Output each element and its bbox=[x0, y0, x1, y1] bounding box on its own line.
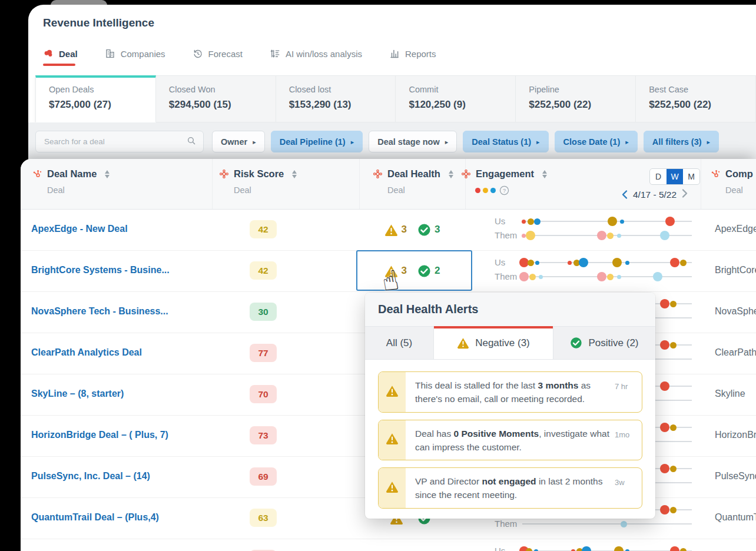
legend-dot bbox=[490, 188, 496, 193]
nav-tab-forecast[interactable]: Forecast bbox=[193, 48, 243, 69]
deal-name-link[interactable]: ApexEdge - New Deal bbox=[31, 224, 128, 234]
alert-card: Deal has 0 Positive Moments, investigate… bbox=[378, 420, 642, 461]
sort-control[interactable] bbox=[292, 170, 297, 178]
negative-count: 3 bbox=[402, 224, 407, 235]
popup-tab-label: All (5) bbox=[386, 337, 412, 349]
svg-text:?: ? bbox=[503, 188, 506, 194]
period-option-d[interactable]: D bbox=[650, 169, 667, 184]
app-cross-icon bbox=[219, 169, 229, 179]
filter-chips: Owner▸Deal Pipeline (1)▸Deal stage now▸D… bbox=[212, 131, 719, 152]
sort-control[interactable] bbox=[105, 170, 110, 178]
deal-name-link[interactable]: NovaSphere Tech - Business... bbox=[31, 306, 168, 317]
reports-icon bbox=[389, 48, 400, 59]
sort-control[interactable] bbox=[542, 170, 547, 178]
deal-name-link[interactable]: HorizonBridge Deal – ( Plus, 7) bbox=[31, 430, 168, 440]
nav-tab-reports[interactable]: Reports bbox=[389, 48, 436, 69]
popup-tab-positive-2[interactable]: Positive (2) bbox=[553, 327, 655, 359]
summary-card-closed-lost[interactable]: Closed lost$153,290 (13) bbox=[276, 75, 396, 122]
summary-card-closed-won[interactable]: Closed Won$294,500 (15) bbox=[156, 75, 276, 122]
engagement-dot bbox=[608, 217, 617, 226]
summary-cards: Open Deals$725,000 (27)Closed Won$294,50… bbox=[35, 75, 756, 122]
search-input[interactable] bbox=[43, 137, 182, 147]
filter-chip-all-filters-3[interactable]: All filters (3)▸ bbox=[644, 131, 719, 152]
deal-name-link[interactable]: PulseSync, Inc. Deal – (14) bbox=[31, 471, 150, 482]
engagement-label-them: Them bbox=[495, 230, 517, 240]
nav-tab-deal[interactable]: Deal bbox=[43, 48, 78, 69]
filter-chip-deal-pipeline-1[interactable]: Deal Pipeline (1)▸ bbox=[271, 131, 363, 152]
forecast-icon bbox=[193, 48, 203, 59]
summary-card-best-case[interactable]: Best Case$252,500 (22) bbox=[636, 75, 756, 122]
column-title: Comp bbox=[725, 168, 753, 180]
hubspot-sprocket-icon bbox=[711, 169, 721, 179]
alert-timestamp: 7 hr bbox=[615, 372, 642, 412]
company-cell: QuantumTrail bbox=[715, 512, 756, 523]
engagement-dot bbox=[670, 466, 677, 472]
table-header: Deal Name Deal Risk Score Deal Deal Heal… bbox=[21, 159, 756, 210]
nav-tab-ai-win-loss-analysis[interactable]: AI win/loss analysis bbox=[270, 48, 362, 69]
alert-timestamp: 3w bbox=[615, 468, 642, 508]
company-cell: Skyline bbox=[715, 389, 745, 399]
nav-tab-label: Reports bbox=[405, 49, 436, 59]
sort-control[interactable] bbox=[449, 170, 453, 178]
engagement-legend-dots bbox=[475, 188, 496, 193]
app-cross-icon bbox=[461, 169, 471, 179]
engagement-dot bbox=[597, 272, 606, 281]
popup-tab-negative-3[interactable]: Negative (3) bbox=[434, 327, 553, 359]
summary-card-label: Open Deals bbox=[49, 85, 155, 94]
engagement-dot bbox=[535, 261, 539, 265]
column-title: Deal Name bbox=[47, 168, 97, 180]
deal-health-cell[interactable]: 33 bbox=[359, 209, 465, 250]
app-cross-icon bbox=[373, 169, 383, 179]
engagement-dot bbox=[617, 275, 621, 279]
engagement-label-us: Us bbox=[495, 216, 505, 226]
filter-chip-close-date-1[interactable]: Close Date (1)▸ bbox=[555, 131, 638, 152]
engagement-dot bbox=[579, 258, 588, 267]
deal-name-link[interactable]: BrightCore Systems - Busine... bbox=[31, 265, 170, 276]
column-subtitle: Deal bbox=[234, 185, 297, 195]
column-divider bbox=[359, 159, 360, 209]
deal-health-cell[interactable] bbox=[359, 539, 465, 551]
engagement-cell: UsThem bbox=[473, 209, 701, 250]
nav-tab-companies[interactable]: Companies bbox=[105, 48, 165, 69]
date-range-nav: 4/17 - 5/22 bbox=[621, 188, 688, 201]
filter-chip-owner[interactable]: Owner▸ bbox=[212, 131, 265, 152]
popup-tab-all-5[interactable]: All (5) bbox=[365, 327, 434, 359]
deal-name-link[interactable]: ClearPath Analytics Deal bbox=[31, 347, 142, 358]
filter-chip-deal-stage-now[interactable]: Deal stage now▸ bbox=[369, 131, 457, 152]
summary-card-label: Commit bbox=[409, 85, 515, 94]
deal-name-link[interactable]: QuantumTrail Deal – (Plus,4) bbox=[31, 512, 159, 523]
period-toggle: DWM bbox=[649, 168, 700, 185]
period-option-w[interactable]: W bbox=[667, 169, 683, 184]
help-icon[interactable]: ? bbox=[499, 185, 509, 195]
chevron-right-icon[interactable] bbox=[681, 188, 688, 201]
column-divider bbox=[701, 159, 701, 209]
filter-chip-deal-status-1[interactable]: Deal Status (1)▸ bbox=[463, 131, 548, 152]
deal-name-link[interactable]: SkyLine – (8, starter) bbox=[31, 389, 124, 399]
engagement-dot bbox=[680, 260, 687, 266]
summary-card-commit[interactable]: Commit$120,250 (9) bbox=[396, 75, 516, 122]
selected-cell-outline bbox=[356, 250, 472, 291]
column-subtitle: Deal bbox=[725, 185, 753, 195]
engagement-cell: UsThem bbox=[473, 539, 701, 551]
summary-card-value: $725,000 (27) bbox=[49, 99, 155, 111]
chevron-left-icon[interactable] bbox=[621, 190, 628, 200]
summary-card-value: $294,500 (15) bbox=[169, 99, 276, 111]
period-option-m[interactable]: M bbox=[683, 169, 699, 184]
positive-count: 3 bbox=[435, 224, 440, 235]
engagement-dot bbox=[607, 233, 614, 239]
engagement-dot bbox=[534, 549, 538, 551]
summary-card-label: Closed Won bbox=[169, 85, 276, 94]
company-cell: ApexEdge bbox=[715, 224, 756, 234]
engagement-dot bbox=[621, 521, 627, 527]
engagement-label-us: Us bbox=[495, 257, 505, 267]
column-header-deal-name: Deal Name Deal bbox=[32, 168, 110, 195]
column-header-company: Comp Deal bbox=[711, 168, 753, 195]
engagement-dot bbox=[568, 261, 572, 265]
engagement-dot bbox=[528, 218, 534, 225]
check-icon bbox=[417, 223, 431, 237]
check-icon bbox=[570, 337, 582, 349]
caret-right-icon: ▸ bbox=[253, 138, 256, 146]
summary-card-open-deals[interactable]: Open Deals$725,000 (27) bbox=[35, 75, 156, 122]
engagement-dot bbox=[528, 260, 534, 266]
summary-card-pipeline[interactable]: Pipeline$252,500 (22) bbox=[516, 75, 636, 122]
